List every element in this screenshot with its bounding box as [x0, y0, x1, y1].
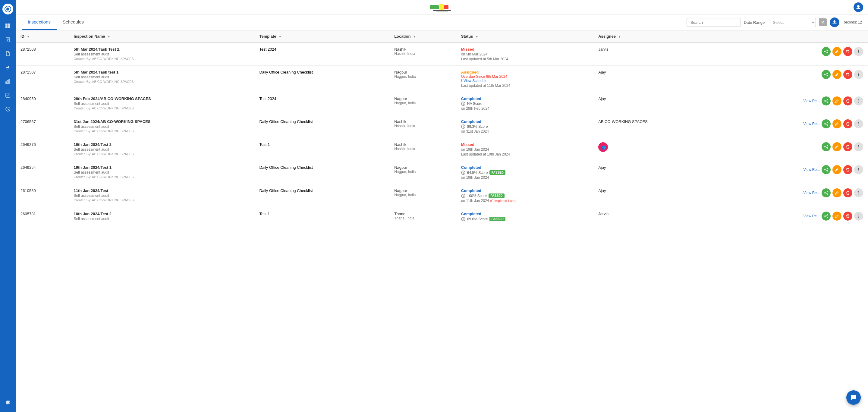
sidebar-item-clipboard[interactable]: [2, 34, 14, 46]
action-edit-btn[interactable]: [832, 47, 841, 56]
col-header-status[interactable]: Status ▼: [456, 30, 593, 42]
chat-button[interactable]: [846, 390, 861, 405]
action-edit-btn[interactable]: [832, 70, 841, 79]
status-date: on 19th Jan 2024: [461, 147, 589, 152]
cell-actions: View Re...: [719, 115, 868, 138]
tab-inspections[interactable]: Inspections: [22, 14, 57, 30]
location-main: Thane: [394, 212, 452, 216]
topbar-user[interactable]: [854, 2, 863, 12]
col-header-name[interactable]: Inspection Name ▼: [69, 30, 255, 42]
action-edit-btn[interactable]: [832, 142, 841, 151]
action-edit-btn[interactable]: [832, 96, 841, 105]
action-share-btn[interactable]: [822, 70, 831, 79]
cell-actions: [719, 42, 868, 66]
sidebar-item-grid[interactable]: [2, 20, 14, 32]
col-header-template[interactable]: Template ▼: [254, 30, 390, 42]
inspection-name: 19th Jan 2024/Test 1: [74, 165, 250, 170]
sidebar-item-document[interactable]: [2, 47, 14, 60]
action-more-btn[interactable]: [854, 165, 863, 174]
search-input[interactable]: [687, 18, 741, 27]
view-report-link[interactable]: View Re...: [804, 122, 820, 126]
svg-line-82: [826, 216, 827, 217]
action-more-btn[interactable]: [854, 142, 863, 151]
svg-point-32: [827, 75, 828, 76]
action-share-btn[interactable]: [822, 212, 831, 221]
svg-point-71: [824, 192, 826, 193]
action-more-btn[interactable]: [854, 119, 863, 128]
action-delete-btn[interactable]: [843, 188, 852, 197]
location-sub: Nagpur, India: [394, 74, 452, 79]
col-header-assignee[interactable]: Assignee ▼: [593, 30, 719, 42]
svg-line-41: [826, 100, 827, 101]
action-more-btn[interactable]: [854, 70, 863, 79]
action-share-btn[interactable]: [822, 165, 831, 174]
view-report-link[interactable]: View Re...: [804, 214, 820, 218]
action-more-btn[interactable]: [854, 212, 863, 221]
col-header-location[interactable]: Location ▼: [390, 30, 456, 42]
status-label: Completed: [461, 119, 589, 124]
cell-assignee: Ajay: [593, 66, 719, 92]
cell-assignee: Jarvis: [593, 208, 719, 226]
action-delete-btn[interactable]: [843, 47, 852, 56]
table-row: 2605781 10th Jan 2024/Test 2 Self assess…: [16, 208, 868, 226]
svg-rect-2: [5, 24, 7, 26]
cell-status: Completed ℹNA Scoreon 28th Feb 2024: [456, 92, 593, 115]
svg-rect-17: [439, 4, 444, 10]
download-button[interactable]: [830, 18, 839, 27]
action-delete-btn[interactable]: [843, 165, 852, 174]
action-edit-btn[interactable]: [832, 119, 841, 128]
sidebar-item-check[interactable]: [2, 89, 14, 101]
action-delete-btn[interactable]: [843, 119, 852, 128]
cell-template: Daily Office Cleaning Checklist: [254, 115, 390, 138]
cell-assignee: Ajay: [593, 92, 719, 115]
action-more-btn[interactable]: [854, 188, 863, 197]
col-header-id[interactable]: ID ▼: [16, 30, 69, 42]
cell-location: Nagpur Nagpur, India: [390, 184, 456, 208]
date-range-select[interactable]: Select: [768, 18, 816, 27]
template-sort-icon: ▼: [278, 35, 281, 38]
action-delete-btn[interactable]: [843, 142, 852, 151]
sidebar-item-settings[interactable]: [2, 396, 14, 408]
action-delete-btn[interactable]: [843, 212, 852, 221]
status-sort-icon: ▼: [475, 35, 478, 38]
location-sub: Nashik, India: [394, 147, 452, 151]
sidebar-item-megaphone[interactable]: [2, 62, 14, 73]
col-header-actions: [719, 30, 868, 42]
table-row: 2872508 5th Mar 2024/Task Test 2. Self a…: [16, 42, 868, 66]
action-more-btn[interactable]: [854, 47, 863, 56]
topbar-logo: [430, 3, 454, 12]
action-delete-btn[interactable]: [843, 96, 852, 105]
view-report-link[interactable]: View Re...: [804, 99, 820, 103]
action-more-btn[interactable]: [854, 96, 863, 105]
tab-schedules[interactable]: Schedules: [57, 14, 90, 30]
view-report-link[interactable]: View Re...: [804, 167, 820, 172]
user-avatar-icon[interactable]: [854, 2, 863, 12]
cell-status: Completed ℹ89.3% Scoreon 31st Jan 2024: [456, 115, 593, 138]
svg-point-75: [858, 191, 859, 192]
location-main: Nagpur: [394, 165, 452, 170]
action-share-btn[interactable]: [822, 96, 831, 105]
action-share-btn[interactable]: [822, 142, 831, 151]
action-edit-btn[interactable]: [832, 188, 841, 197]
inspection-created: Created By: AB CO-WORKING SPACES: [74, 198, 250, 202]
sidebar-item-clock[interactable]: [2, 103, 14, 115]
action-delete-btn[interactable]: [843, 70, 852, 79]
action-share-btn[interactable]: [822, 119, 831, 128]
assignee-name: Ajay: [598, 188, 606, 193]
action-edit-btn[interactable]: [832, 212, 841, 221]
action-share-btn[interactable]: [822, 47, 831, 56]
view-schedule-link[interactable]: ℹ View Schedule: [461, 79, 589, 83]
cell-location: Nagpur Nagpur, India: [390, 161, 456, 184]
cell-status: Missed on 5th Mar 2024Last updated at 5t…: [456, 42, 593, 66]
cell-location: Nashik Nashik, India: [390, 42, 456, 66]
content-area: Inspections Schedules Date Range Select …: [16, 14, 868, 412]
sidebar-item-chart[interactable]: [2, 75, 14, 87]
action-share-btn[interactable]: [822, 188, 831, 197]
location-sub: Nashik, India: [394, 52, 452, 56]
status-label: Completed: [461, 212, 589, 216]
svg-point-63: [824, 169, 826, 170]
clear-button[interactable]: ✕: [819, 19, 827, 26]
view-report-link[interactable]: View Re...: [804, 191, 820, 195]
action-edit-btn[interactable]: [832, 165, 841, 174]
location-sort-icon: ▼: [413, 35, 416, 38]
